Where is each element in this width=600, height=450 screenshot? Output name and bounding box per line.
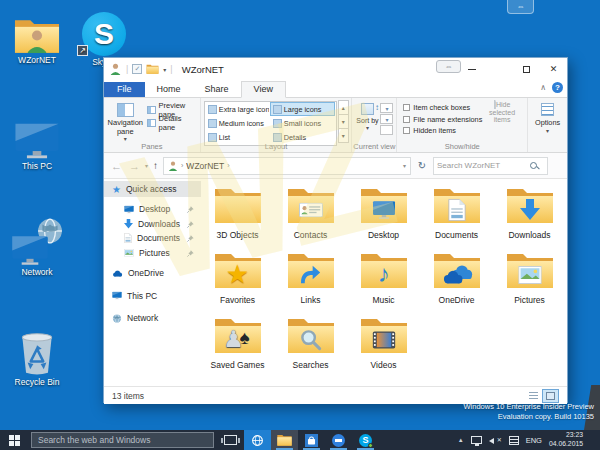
group-by-button[interactable]: ▾ xyxy=(380,103,393,113)
file-explorer-button[interactable] xyxy=(271,430,298,450)
details-view-button[interactable] xyxy=(525,389,542,403)
sidebar-item-onedrive[interactable]: OneDrive xyxy=(104,266,201,281)
address-dropdown-icon[interactable]: ▾ xyxy=(403,162,406,169)
network-tray-icon[interactable] xyxy=(471,436,482,444)
address-field[interactable]: › WZorNET › ▾ xyxy=(163,157,411,175)
task-view-button[interactable] xyxy=(217,430,244,450)
task-view-icon xyxy=(224,435,237,445)
back-button[interactable]: ← xyxy=(109,160,124,172)
taskbar-clock[interactable]: 23:23 04.06.2015 xyxy=(549,431,586,449)
details-pane-icon xyxy=(147,119,156,127)
maximize-button[interactable] xyxy=(513,58,540,80)
thumbnails-view-button[interactable] xyxy=(542,389,559,403)
up-button[interactable]: ↑ xyxy=(151,160,160,171)
recent-locations-icon[interactable]: ▾ xyxy=(145,162,148,169)
file-tile-downloads[interactable]: Downloads xyxy=(493,184,566,249)
shortcut-arrow-icon: ↗ xyxy=(77,45,88,56)
layout-scroll-up[interactable]: ▴ xyxy=(338,100,349,115)
search-box[interactable] xyxy=(433,157,548,175)
help-icon[interactable]: ? xyxy=(552,82,563,93)
teamviewer-icon xyxy=(332,434,345,447)
layout-medium-icons[interactable]: Medium icons xyxy=(205,116,270,130)
close-button[interactable]: ✕ xyxy=(540,58,567,80)
layout-more-button[interactable]: ▾ xyxy=(338,128,349,143)
explorer-window: | ✓ ▾ | WZorNET ⇔ ✕ File Home Share View… xyxy=(103,57,568,403)
hide-selected-items-button[interactable]: Hide selected items xyxy=(480,101,524,124)
edge-browser-button[interactable] xyxy=(244,430,271,450)
refresh-button[interactable]: ↻ xyxy=(414,157,430,175)
layout-small-icons[interactable]: Small icons xyxy=(270,116,335,130)
teamviewer-button[interactable] xyxy=(325,430,352,450)
layout-icon xyxy=(208,119,217,128)
file-tile-desktop[interactable]: Desktop xyxy=(347,184,420,249)
desktop-icon-this-pc[interactable]: This PC xyxy=(8,112,66,171)
layout-scroll-down[interactable]: ▾ xyxy=(338,114,349,129)
action-center-icon[interactable] xyxy=(509,436,519,445)
hidden-items-checkbox[interactable]: Hidden items xyxy=(403,125,527,137)
taskbar-search-input[interactable] xyxy=(38,435,207,445)
sidebar-item-this-pc[interactable]: This PC xyxy=(104,289,201,304)
details-view-icon xyxy=(529,392,538,400)
sidebar-item-downloads[interactable]: Downloads xyxy=(104,217,201,232)
qat-properties-button[interactable]: ✓ xyxy=(132,64,142,74)
desktop-icon-wzornet[interactable]: WZorNET xyxy=(8,6,66,65)
minimize-button[interactable] xyxy=(458,58,485,80)
sidebar-item-documents[interactable]: Documents xyxy=(104,231,201,246)
search-input[interactable] xyxy=(437,161,529,170)
forward-button[interactable]: → xyxy=(127,160,142,172)
skype-button[interactable]: S xyxy=(352,430,379,450)
layout-extra-large-icons[interactable]: Extra large icons xyxy=(205,102,270,116)
tab-share[interactable]: Share xyxy=(193,82,241,97)
options-icon xyxy=(541,103,554,116)
tab-view[interactable]: View xyxy=(241,81,286,98)
desktop-icon-recycle-bin[interactable]: Recycle Bin xyxy=(8,328,66,387)
file-tile-links[interactable]: Links xyxy=(274,249,347,314)
onedrive-icon xyxy=(112,270,123,277)
volume-muted-icon[interactable] xyxy=(489,436,502,445)
file-tile-videos[interactable]: Videos xyxy=(347,314,420,379)
collapse-ribbon-icon[interactable]: ∧ xyxy=(540,83,546,92)
file-tile-saved-games[interactable]: ♠ ♟ Saved Games xyxy=(201,314,274,379)
layout-large-icons[interactable]: Large icons xyxy=(270,102,335,116)
ribbon-group-layout: Extra large icons Large icons Medium ico… xyxy=(201,98,353,152)
sidebar-item-quick-access[interactable]: ★ Quick access xyxy=(104,181,201,197)
file-tile-searches[interactable]: Searches xyxy=(274,314,347,379)
file-tile-documents[interactable]: Documents xyxy=(420,184,493,249)
qat-new-folder-button[interactable] xyxy=(146,64,159,74)
add-columns-button[interactable]: ▾ xyxy=(380,114,393,124)
file-tile-music[interactable]: ♪ Music xyxy=(347,249,420,314)
layout-icon xyxy=(273,105,282,114)
language-indicator[interactable]: ENG xyxy=(526,436,542,445)
options-button[interactable]: Options▾ xyxy=(535,100,560,152)
file-tile-3d-objects[interactable]: 3D Objects xyxy=(201,184,274,249)
breadcrumb[interactable]: WZorNET xyxy=(186,161,224,171)
details-pane-button[interactable]: Details pane xyxy=(147,117,200,129)
file-tile-onedrive[interactable]: OneDrive xyxy=(420,249,493,314)
layout-icon xyxy=(208,105,217,114)
file-tile-contacts[interactable]: Contacts xyxy=(274,184,347,249)
documents-icon xyxy=(448,198,466,221)
ribbon-view: Navigation pane▾ Preview pane Details pa… xyxy=(104,98,567,153)
sidebar-item-pictures[interactable]: Pictures xyxy=(104,246,201,261)
address-bar: ← → ▾ ↑ › WZorNET › ▾ ↻ xyxy=(104,153,567,179)
tray-expand-icon[interactable]: ▲ xyxy=(458,437,464,443)
tab-home[interactable]: Home xyxy=(145,82,193,97)
taskbar-search-box[interactable] xyxy=(31,432,214,448)
title-bar[interactable]: | ✓ ▾ | WZorNET ⇔ ✕ xyxy=(104,58,567,80)
start-button[interactable] xyxy=(0,430,28,450)
store-button[interactable] xyxy=(298,430,325,450)
desktop-icon-network[interactable]: Network xyxy=(8,218,66,277)
file-tile-pictures[interactable]: Pictures xyxy=(493,249,566,314)
star-icon: ★ xyxy=(226,261,249,287)
clock-date: 04.06.2015 xyxy=(549,440,583,449)
size-columns-button[interactable] xyxy=(380,125,393,135)
sidebar-item-desktop[interactable]: Desktop xyxy=(104,202,201,217)
file-tile-favorites[interactable]: ★ Favorites xyxy=(201,249,274,314)
quickconnect-button[interactable]: ⇔ xyxy=(507,0,534,14)
sidebar-item-network[interactable]: Network xyxy=(104,311,201,326)
folder-icon xyxy=(214,186,262,224)
contacts-icon xyxy=(299,202,323,217)
desktop: { "desktop": { "icons": [ { "label": "WZ… xyxy=(0,0,600,450)
qat-customize-icon[interactable]: ▾ xyxy=(163,66,166,73)
tab-file[interactable]: File xyxy=(104,82,145,97)
